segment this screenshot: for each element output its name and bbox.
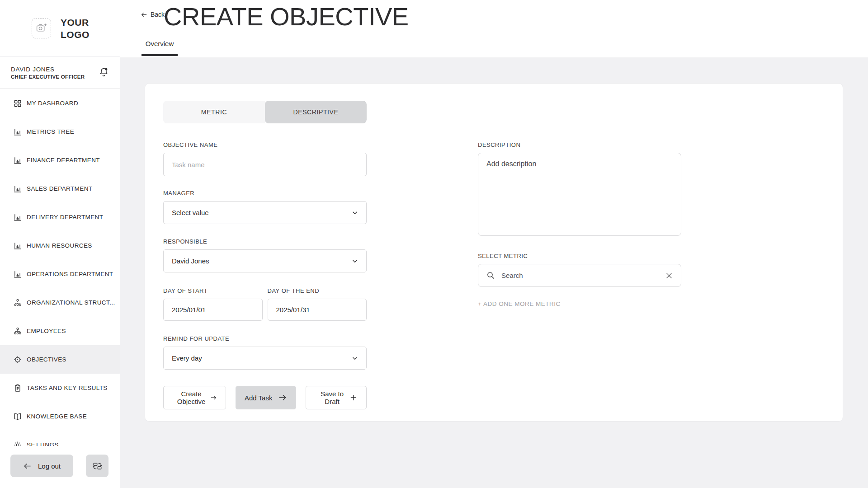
sidebar-item-label: SALES DEPARTMENT [27, 185, 92, 192]
add-task-button[interactable]: Add Task [236, 386, 296, 409]
sidebar-item-label: MY DASHBOARD [27, 100, 78, 107]
description-textarea[interactable] [478, 153, 681, 236]
bell-icon [99, 67, 109, 77]
sidebar-item-human-resources[interactable]: HUMAN RESOURCES [0, 231, 120, 260]
sidebar-item-delivery-department[interactable]: DELIVERY DEPARTMENT [0, 203, 120, 231]
remind-for-update-select[interactable]: Every day [163, 347, 367, 370]
hierarchy-icon [14, 299, 22, 307]
chart-icon [14, 156, 22, 164]
app-root: YOUR LOGO DAVID JONES CHIEF EXECUTIVE OF… [0, 0, 868, 488]
sidebar-item-finance-department[interactable]: FINANCE DEPARTMENT [0, 146, 120, 174]
chart-icon [14, 242, 22, 250]
page-title: CREATE OBJECTIVE [164, 2, 409, 31]
sidebar-item-label: METRICS TREE [27, 128, 74, 135]
form-right-column: DESCRIPTION SELECT METRIC + ADD ONE MORE… [478, 141, 681, 307]
day-of-start-input[interactable] [163, 299, 263, 321]
manager-field: MANAGER Select value [163, 190, 367, 224]
chart-icon [14, 270, 22, 278]
clipboard-icon [14, 384, 22, 392]
manager-label: MANAGER [163, 190, 367, 197]
sidebar-item-settings[interactable]: SETTINGS [0, 431, 120, 446]
sidebar-item-label: ORGANIZATIONAL STRUCT... [27, 299, 115, 306]
hierarchy-icon [14, 327, 22, 335]
sidebar-item-label: OPERATIONS DEPARTMENT [27, 271, 113, 277]
form-card: METRIC DESCRIPTIVE OBJECTIVE NAME MANAGE… [145, 83, 843, 422]
brand-logo-text: YOUR LOGO [61, 16, 90, 41]
sidebar-item-label: DELIVERY DEPARTMENT [27, 214, 103, 221]
type-tab-descriptive[interactable]: DESCRIPTIVE [265, 101, 367, 123]
sidebar-item-label: TASKS AND KEY RESULTS [27, 385, 108, 391]
arrow-right-icon [210, 393, 217, 402]
brand-logo-line2: LOGO [61, 28, 90, 41]
sidebar-item-organizational-structure[interactable]: ORGANIZATIONAL STRUCT... [0, 288, 120, 317]
objective-type-toggle: METRIC DESCRIPTIVE [163, 101, 367, 123]
logo-upload-box[interactable] [32, 18, 51, 38]
objective-name-label: OBJECTIVE NAME [163, 141, 367, 148]
sidebar-item-sales-department[interactable]: SALES DEPARTMENT [0, 174, 120, 203]
create-objective-button[interactable]: Create Objective [163, 386, 226, 409]
add-task-label: Add Task [245, 394, 272, 402]
day-of-the-end-input[interactable] [268, 299, 367, 321]
responsible-field: RESPONSIBLE David Jones [163, 238, 367, 272]
save-to-draft-button[interactable]: Save to Draft [306, 386, 367, 409]
user-role: CHIEF EXECUTIVE OFFICER [11, 74, 85, 80]
sync-icon [93, 461, 102, 471]
brand-logo-line1: YOUR [61, 16, 90, 28]
manager-select[interactable]: Select value [163, 201, 367, 224]
grid-icon [14, 99, 22, 108]
sidebar-item-label: EMPLOYEES [27, 328, 66, 334]
dates-row: DAY OF START DAY OF THE END [163, 287, 367, 321]
responsible-select[interactable]: David Jones [163, 249, 367, 272]
tab-overview[interactable]: Overview [142, 40, 178, 56]
responsible-select-value: David Jones [172, 257, 209, 265]
remind-for-update-label: REMIND FOR UPDATE [163, 335, 367, 342]
chevron-down-icon [351, 209, 359, 217]
chevron-down-icon [351, 354, 359, 362]
chart-icon [14, 213, 22, 221]
type-tab-metric[interactable]: METRIC [163, 101, 265, 123]
brand-area: YOUR LOGO [0, 0, 120, 57]
add-one-more-metric-link[interactable]: + ADD ONE MORE METRIC [478, 300, 561, 307]
sidebar-item-operations-department[interactable]: OPERATIONS DEPARTMENT [0, 260, 120, 288]
user-area: DAVID JONES CHIEF EXECUTIVE OFFICER [0, 57, 120, 89]
sidebar-item-employees[interactable]: EMPLOYEES [0, 317, 120, 345]
camera-icon [36, 23, 47, 34]
sidebar-item-metrics-tree[interactable]: METRICS TREE [0, 117, 120, 146]
notifications-button[interactable] [99, 67, 109, 79]
sidebar: YOUR LOGO DAVID JONES CHIEF EXECUTIVE OF… [0, 0, 120, 488]
responsible-label: RESPONSIBLE [163, 238, 367, 245]
sidebar-item-my-dashboard[interactable]: MY DASHBOARD [0, 89, 120, 117]
chart-icon [14, 185, 22, 193]
logout-button[interactable]: Log out [10, 455, 73, 477]
arrow-right-icon [278, 393, 287, 402]
back-button[interactable]: Back [141, 11, 165, 18]
remind-for-update-field: REMIND FOR UPDATE Every day [163, 335, 367, 370]
objective-name-field: OBJECTIVE NAME [163, 141, 367, 176]
logout-label: Log out [38, 462, 61, 470]
close-icon [665, 272, 673, 280]
sidebar-item-label: SETTINGS [27, 441, 59, 446]
sidebar-item-label: KNOWLEDGE BASE [27, 413, 87, 420]
chevron-down-icon [351, 257, 359, 265]
sync-button[interactable] [86, 455, 108, 477]
day-of-the-end-label: DAY OF THE END [268, 287, 367, 294]
manager-select-value: Select value [172, 209, 209, 216]
chart-icon [14, 128, 22, 136]
objective-name-input[interactable] [163, 153, 367, 176]
select-metric-label: SELECT METRIC [478, 253, 681, 259]
save-to-draft-label: Save to Draft [315, 390, 349, 405]
user-name: DAVID JONES [11, 66, 85, 73]
form-left-column: OBJECTIVE NAME MANAGER Select value RESP… [163, 141, 367, 409]
clear-search-button[interactable] [665, 272, 673, 280]
sidebar-item-label: HUMAN RESOURCES [27, 242, 92, 249]
sidebar-nav: MY DASHBOARDMETRICS TREEFINANCE DEPARTME… [0, 89, 120, 446]
metric-search-input[interactable] [500, 271, 660, 280]
sidebar-item-knowledge-base[interactable]: KNOWLEDGE BASE [0, 402, 120, 431]
day-of-start-label: DAY OF START [163, 287, 263, 294]
back-label: Back [151, 11, 165, 18]
user-info: DAVID JONES CHIEF EXECUTIVE OFFICER [11, 66, 85, 80]
create-objective-label: Create Objective [172, 390, 210, 405]
sidebar-item-objectives[interactable]: OBJECTIVES [0, 345, 120, 374]
metric-search-box [478, 264, 681, 287]
sidebar-item-tasks-and-key-results[interactable]: TASKS AND KEY RESULTS [0, 374, 120, 402]
